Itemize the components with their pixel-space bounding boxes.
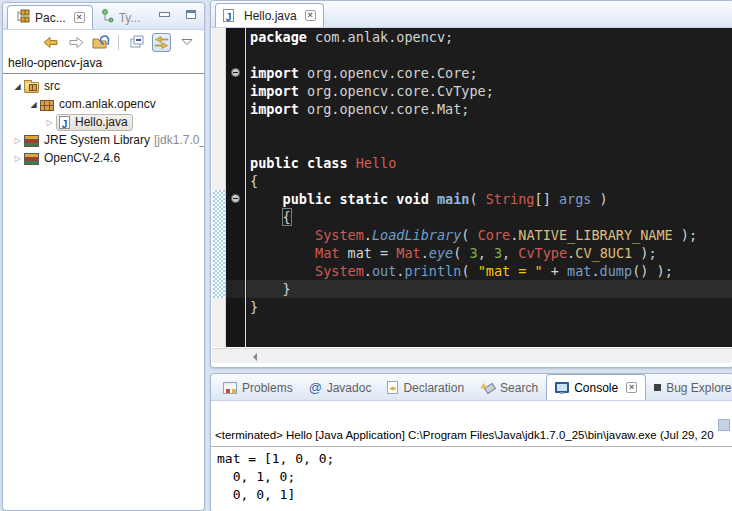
code-line[interactable]: { (247, 208, 732, 226)
collapse-arrow-icon[interactable]: ◢ (11, 82, 24, 91)
maximize-icon[interactable] (186, 10, 196, 19)
code-line[interactable] (247, 118, 732, 136)
back-icon[interactable] (41, 33, 60, 52)
code-token: public static void (283, 191, 437, 207)
tab-console[interactable]: Console (546, 374, 646, 400)
scroll-left-arrow-icon[interactable] (253, 353, 257, 361)
tab-label: Javadoc (327, 381, 372, 395)
expand-arrow-icon[interactable]: ▷ (11, 154, 24, 163)
code-line[interactable]: } (247, 280, 732, 298)
editor-area: Hello.java package com.anlak.opencv;impo… (210, 0, 732, 368)
tree-item[interactable]: ▷JRE System Library[jdk1.7.0_25] (3, 131, 204, 149)
code-line[interactable]: System.out.println( "mat = " + mat.dump(… (247, 262, 732, 280)
tab-type-hierarchy[interactable]: Ty... (93, 6, 148, 29)
console-tabbar: ProblemsJavadocDeclarationSearchConsoleB… (211, 374, 732, 401)
fold-collapse-icon[interactable] (231, 194, 240, 203)
horizontal-scrollbar[interactable] (212, 348, 732, 363)
code-token (250, 245, 315, 261)
expand-arrow-icon[interactable]: ▷ (11, 136, 24, 145)
folding-gutter (226, 28, 246, 347)
code-editor[interactable]: package com.anlak.opencv;import org.open… (212, 28, 732, 347)
code-token: { (283, 209, 291, 225)
tree-item[interactable]: ◢com.anlak.opencv (3, 95, 204, 113)
code-token: . (421, 245, 429, 261)
code-line[interactable]: import org.opencv.core.CvType; (247, 82, 732, 100)
tab-label: Problems (242, 381, 293, 395)
close-icon[interactable] (626, 382, 637, 393)
package-explorer-icon (15, 9, 30, 26)
code-token: "mat = " (478, 263, 543, 279)
code-line[interactable] (247, 46, 732, 64)
library-icon (24, 153, 39, 165)
tab-declaration[interactable]: Declaration (379, 375, 472, 400)
code-line[interactable]: import org.opencv.core.Mat; (247, 100, 732, 118)
tab-label: Console (574, 381, 618, 395)
code-line[interactable]: public static void main( String[] args ) (247, 190, 732, 208)
tab-hello-java[interactable]: Hello.java (215, 3, 324, 27)
square-icon (654, 384, 661, 391)
code-token: } (250, 299, 258, 315)
code-token: ); (632, 245, 656, 261)
code-token: , (478, 245, 494, 261)
collapse-arrow-icon[interactable]: ◢ (27, 100, 40, 109)
code-line[interactable]: System.LoadLibrary( Core.NATIVE_LIBRARY_… (247, 226, 732, 244)
tab-search[interactable]: Search (472, 375, 546, 400)
go-up-icon[interactable] (91, 33, 110, 52)
console-output[interactable]: mat = [1, 0, 0; 0, 1, 0; 0, 0, 1] (217, 450, 732, 511)
tab-javadoc[interactable]: Javadoc (301, 375, 380, 400)
code-token: ) (591, 191, 607, 207)
javadoc-icon (309, 381, 322, 395)
tab-problems[interactable]: Problems (215, 375, 301, 400)
tree-item[interactable]: ◢src (3, 77, 204, 95)
forward-icon[interactable] (66, 33, 85, 52)
tab-bug-explorer[interactable]: Bug Explorer (646, 375, 732, 400)
code-content[interactable]: package com.anlak.opencv;import org.open… (247, 28, 732, 316)
problems-icon (223, 382, 237, 394)
collapse-all-icon[interactable] (127, 33, 146, 52)
code-token (250, 263, 315, 279)
tree-item-label: OpenCV-2.4.6 (44, 151, 120, 165)
code-line[interactable]: } (247, 298, 732, 316)
view-menu-icon[interactable] (177, 33, 196, 52)
code-token (250, 191, 283, 207)
expand-arrow-icon[interactable]: ▷ (43, 118, 56, 127)
code-token: println (404, 263, 461, 279)
link-with-editor-icon[interactable] (152, 33, 171, 52)
tree-item-label: Hello.java (75, 115, 128, 129)
code-token: System (315, 227, 364, 243)
code-line[interactable]: { (247, 172, 732, 190)
code-line[interactable]: package com.anlak.opencv; (247, 28, 732, 46)
code-line[interactable]: import org.opencv.core.Core; (247, 64, 732, 82)
close-icon[interactable] (74, 12, 85, 23)
code-token: com.anlak.opencv; (307, 29, 453, 45)
source-folder-icon (24, 82, 39, 93)
tab-package-explorer[interactable]: Pac... (7, 5, 93, 29)
code-token: ( (461, 263, 477, 279)
code-line[interactable]: Mat mat = Mat.eye( 3, 3, CvType.CV_8UC1 … (247, 244, 732, 262)
code-token: org.opencv.core.CvType; (299, 83, 494, 99)
code-token: LoadLibrary (372, 227, 461, 243)
code-line[interactable] (247, 136, 732, 154)
tree-item[interactable]: ▷OpenCV-2.4.6 (3, 149, 204, 167)
tree-item[interactable]: ▷Hello.java (3, 113, 204, 131)
code-token: NATIVE_LIBRARY_NAME (518, 227, 672, 243)
package-explorer-tabbar: Pac... Ty... (3, 3, 204, 30)
code-token: args (559, 191, 592, 207)
close-icon[interactable] (305, 10, 316, 21)
code-token: [] (535, 191, 559, 207)
code-token: import (250, 101, 299, 117)
code-token: org.opencv.core.Mat; (299, 101, 470, 117)
code-token: String (486, 191, 535, 207)
tab-label: Ty... (119, 11, 141, 25)
project-tree: ◢src◢com.anlak.opencv▷Hello.java▷JRE Sys… (3, 74, 204, 167)
code-token: org.opencv.core.Core; (299, 65, 478, 81)
code-token: ); (673, 227, 697, 243)
tab-label: Declaration (403, 381, 464, 395)
code-line[interactable]: public class Hello (247, 154, 732, 172)
code-token: { (250, 173, 258, 189)
package-explorer-toolbar (3, 30, 204, 54)
fold-collapse-icon[interactable] (231, 68, 240, 77)
console-process-status: <terminated> Hello [Java Application] C:… (215, 429, 732, 441)
minimize-icon[interactable] (159, 12, 170, 17)
selected-item-box[interactable]: Hello.java (56, 114, 133, 131)
